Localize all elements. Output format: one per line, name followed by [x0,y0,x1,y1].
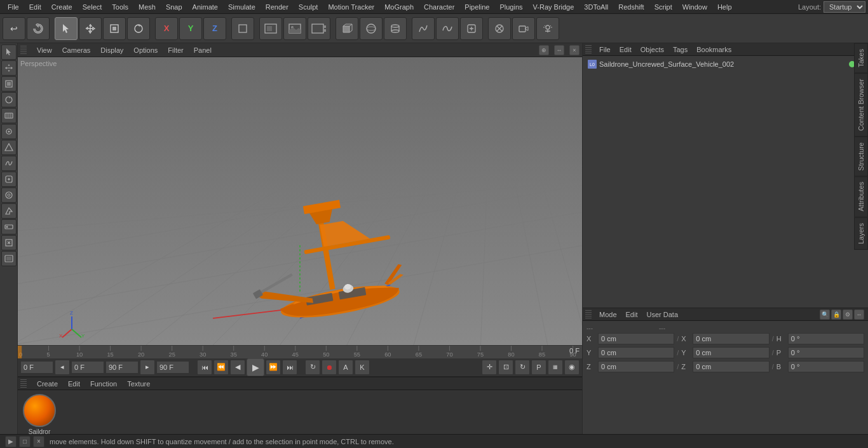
menu-help[interactable]: Help [712,2,737,12]
sidebar-tool13-btn[interactable] [1,235,17,250]
right-tab-structure[interactable]: Structure [854,137,868,177]
menu-file[interactable]: File [3,2,24,12]
cube-primitive-button[interactable] [336,17,358,40]
sidebar-tool14-btn[interactable] [1,251,17,266]
viewport-maximize-btn[interactable]: ↔ [554,45,564,55]
deformer-button[interactable] [460,17,483,40]
preview-end-field[interactable]: 90 F [156,361,189,374]
om-tab-file[interactable]: File [595,44,614,55]
viewport-menu-view[interactable]: View [34,46,55,54]
menu-character[interactable]: Character [419,2,459,12]
menu-vray[interactable]: V-Ray Bridge [528,2,580,12]
current-frame-field[interactable]: 0 F [71,361,104,374]
viewport-menu-panel[interactable]: Panel [191,46,214,54]
attr-search-btn[interactable]: 🔍 [820,309,830,320]
x-axis-button[interactable]: X [155,17,178,40]
frame-step-back-btn[interactable]: ◂ [55,360,70,375]
menu-snap[interactable]: Snap [161,2,187,12]
attr-x-rot[interactable]: 0 cm [693,333,769,344]
menu-redshift[interactable]: Redshift [613,2,649,12]
menu-motion-tracker[interactable]: Motion Tracker [323,2,379,12]
attr-z-pos[interactable]: 0 cm [598,361,674,372]
menu-plugins[interactable]: Plugins [494,2,527,12]
jump-to-end-btn[interactable]: ⏭ [282,360,297,375]
status-icon-2[interactable]: □ [19,436,31,447]
menu-window[interactable]: Window [677,2,712,12]
om-tab-bookmarks[interactable]: Bookmarks [693,44,735,55]
sidebar-rotate-btn[interactable] [1,92,17,107]
attr-settings-btn[interactable]: ⚙ [843,309,853,320]
move-tool-button[interactable] [79,17,102,40]
y-axis-button[interactable]: Y [179,17,202,40]
camera-button[interactable] [512,17,535,40]
render-picture-button[interactable] [283,17,306,40]
viewport-3d[interactable]: Perspective Grid Spacing : 1000 cm X Y Z [18,57,582,345]
attr-tab-userdata[interactable]: User Data [643,309,682,320]
menu-edit[interactable]: Edit [24,2,46,12]
mat-edit-btn[interactable]: Edit [65,379,83,389]
redo-button[interactable] [27,17,50,40]
menu-simulate[interactable]: Simulate [223,2,261,12]
sidebar-tool5-btn[interactable] [1,108,17,123]
om-tab-tags[interactable]: Tags [669,44,691,55]
attr-p-val[interactable]: 0 ° [788,347,864,358]
menu-script[interactable]: Script [649,2,677,12]
menu-mesh[interactable]: Mesh [133,2,161,12]
viewport-lock-btn[interactable]: ⊕ [539,45,549,55]
end-frame-field[interactable]: 90 F [105,361,139,374]
menu-select[interactable]: Select [78,2,107,12]
viewport-menu-filter[interactable]: Filter [165,46,186,54]
start-frame-field[interactable]: 0 F [20,361,53,374]
spline-button[interactable] [412,17,435,40]
mat-function-btn[interactable]: Function [88,379,119,389]
menu-3dtoall[interactable]: 3DToAll [579,2,613,12]
undo-button[interactable]: ↩ [3,17,25,40]
render-animation-button[interactable] [308,17,330,40]
move-tcl-btn[interactable]: ✛ [482,360,497,375]
sidebar-tool9-btn[interactable] [1,172,17,187]
object-item-saildrone[interactable]: L0 Saildrone_Uncrewed_Surface_Vehicle_00… [585,58,865,70]
rotate-tool-button[interactable] [127,17,150,40]
attr-z-rot[interactable]: 0 cm [693,361,769,372]
right-tab-layers[interactable]: Layers [854,217,868,250]
sidebar-tool10-btn[interactable] [1,187,17,203]
sidebar-tool12-btn[interactable] [1,219,17,234]
menu-sculpt[interactable]: Sculpt [294,2,323,12]
right-tab-takes[interactable]: Takes [854,43,868,73]
layout-select[interactable]: Startup [824,1,865,13]
menu-animate[interactable]: Animate [187,2,223,12]
sidebar-select-btn[interactable] [1,44,17,60]
rotate-tcl-btn[interactable]: ↻ [515,360,530,375]
sidebar-tool11-btn[interactable] [1,203,17,219]
viewport-menu-cameras[interactable]: Cameras [60,46,93,54]
auto-key-btn[interactable]: A [338,360,353,375]
status-icon-close[interactable]: × [33,436,44,447]
om-tab-edit[interactable]: Edit [616,44,635,55]
frame-step-fwd-btn[interactable]: ▸ [140,360,155,375]
sidebar-tool7-btn[interactable] [1,140,17,155]
sphere-primitive-button[interactable] [360,17,383,40]
play-fwd-btn[interactable]: ▶ [247,358,264,376]
right-tab-attributes[interactable]: Attributes [854,176,868,217]
grid-tcl-btn[interactable]: ▦ [548,360,563,375]
cylinder-primitive-button[interactable] [384,17,407,40]
select-tool-button[interactable] [55,17,78,40]
right-tab-content-browser[interactable]: Content Browser [854,73,868,137]
sidebar-scale-btn[interactable] [1,76,17,92]
attr-tab-mode[interactable]: Mode [595,309,621,320]
record-btn[interactable]: ⏺ [322,360,337,375]
menu-mograph[interactable]: MoGraph [379,2,419,12]
z-axis-button[interactable]: Z [203,17,226,40]
play-back-btn[interactable]: ◀ [230,360,245,375]
attr-lock-btn[interactable]: 🔒 [831,309,841,320]
attr-h-val[interactable]: 0 ° [788,333,864,344]
viewport-menu-options[interactable]: Options [131,46,160,54]
attr-y-rot[interactable]: 0 cm [693,347,769,358]
attr-y-pos[interactable]: 0 cm [598,347,674,358]
null-button[interactable] [488,17,511,40]
step-back-btn[interactable]: ⏪ [214,360,229,375]
attr-tab-edit[interactable]: Edit [622,309,642,320]
mat-create-btn[interactable]: Create [34,379,60,389]
mat-texture-btn[interactable]: Texture [125,379,153,389]
menu-tools[interactable]: Tools [107,2,133,12]
